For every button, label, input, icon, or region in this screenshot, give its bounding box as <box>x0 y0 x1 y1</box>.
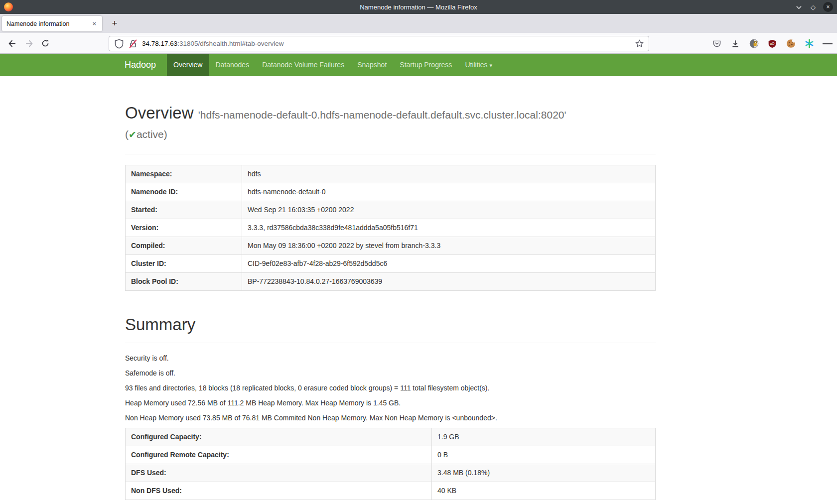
row-value: BP-772238843-10.84.0.27-1663769003639 <box>242 273 656 291</box>
window-maximize-button[interactable]: ◇ <box>809 2 818 11</box>
hadoop-navbar: Hadoop OverviewDatanodesDatanode Volume … <box>0 54 837 76</box>
chevron-down-icon <box>796 4 802 10</box>
row-label: Configured Capacity: <box>126 428 432 446</box>
row-label: Block Pool ID: <box>126 273 242 291</box>
hadoop-brand[interactable]: Hadoop <box>125 54 167 76</box>
summary-line: Non Heap Memory used 73.85 MB of 76.81 M… <box>125 413 656 423</box>
table-row: Compiled:Mon May 09 18:36:00 +0200 2022 … <box>126 237 656 255</box>
summary-line: Safemode is off. <box>125 368 656 378</box>
table-row: Block Pool ID:BP-772238843-10.84.0.27-16… <box>126 273 656 291</box>
downloads-button[interactable] <box>730 39 740 49</box>
table-row: Cluster ID:CID-9ef02e83-afb7-4f28-ab29-6… <box>126 255 656 273</box>
tab-title: Namenode information <box>6 20 91 27</box>
row-label: Configured Remote Capacity: <box>126 446 432 464</box>
reload-icon <box>41 39 49 47</box>
summary-line: 93 files and directories, 18 blocks (18 … <box>125 383 656 393</box>
row-label: Namenode ID: <box>126 183 242 201</box>
forward-button[interactable] <box>22 36 36 50</box>
ublock-icon: uO <box>768 39 777 48</box>
extension-lock-icon <box>749 39 759 48</box>
nav-item-datanode-volume-failures[interactable]: Datanode Volume Failures <box>256 54 351 76</box>
row-label: Cluster ID: <box>126 255 242 273</box>
menu-button[interactable] <box>823 39 833 49</box>
browser-toolbar: 34.78.17.63:31805/dfshealth.html#tab-ove… <box>0 33 837 54</box>
summary-paragraphs: Security is off.Safemode is off.93 files… <box>125 353 656 423</box>
row-label: Version: <box>126 219 242 237</box>
nav-item-snapshot[interactable]: Snapshot <box>351 54 393 76</box>
row-value: CID-9ef02e83-afb7-4f28-ab29-6f592d5dd5c6 <box>242 255 656 273</box>
table-row: Configured Capacity:1.9 GB <box>126 428 656 446</box>
window-titlebar: Namenode information — Mozilla Firefox ◇… <box>0 0 837 14</box>
table-row: Non DFS Used:40 KB <box>126 482 656 500</box>
url-bar[interactable]: 34.78.17.63:31805/dfshealth.html#tab-ove… <box>109 36 649 51</box>
url-text[interactable]: 34.78.17.63:31805/dfshealth.html#tab-ove… <box>142 40 283 47</box>
row-value: 1.9 GB <box>432 428 656 446</box>
tab-strip: Namenode information × + <box>0 14 837 33</box>
capacity-table: Configured Capacity:1.9 GBConfigured Rem… <box>125 428 656 500</box>
pocket-icon <box>712 39 721 48</box>
pocket-button[interactable] <box>712 39 722 49</box>
divider <box>125 154 656 154</box>
row-label: Compiled: <box>126 237 242 255</box>
namenode-info-table: Namespace:hdfsNamenode ID:hdfs-namenode-… <box>125 165 656 291</box>
summary-line: Security is off. <box>125 353 656 363</box>
extension-privacy-button[interactable] <box>749 39 759 49</box>
table-row: Version:3.3.3, rd37586cbda38c338d9fe481a… <box>126 219 656 237</box>
divider <box>125 343 656 343</box>
overview-heading: Overview 'hdfs-namenode-default-0.hdfs-n… <box>125 102 656 143</box>
tab-close-icon[interactable]: × <box>91 20 98 27</box>
table-row: Namenode ID:hdfs-namenode-default-0 <box>126 183 656 201</box>
table-row: DFS Used:3.48 MB (0.18%) <box>126 464 656 482</box>
summary-heading: Summary <box>125 314 656 336</box>
page-title: Overview <box>125 104 194 122</box>
svg-text:uO: uO <box>770 41 774 45</box>
url-path: :31805/dfshealth.html#tab-overview <box>177 40 283 47</box>
star-icon <box>635 39 644 48</box>
tab-namenode-information[interactable]: Namenode information × <box>2 16 102 31</box>
table-row: Namespace:hdfs <box>126 165 656 183</box>
back-arrow-icon <box>8 39 16 48</box>
cookie-icon <box>786 39 796 48</box>
back-button[interactable] <box>5 36 19 50</box>
row-value: 0 B <box>432 446 656 464</box>
row-label: DFS Used: <box>126 464 432 482</box>
page-content: Overview 'hdfs-namenode-default-0.hdfs-n… <box>0 76 837 504</box>
new-tab-button[interactable]: + <box>108 16 122 30</box>
forward-arrow-icon <box>25 39 33 48</box>
nav-item-startup-progress[interactable]: Startup Progress <box>393 54 458 76</box>
lock-broken-icon[interactable] <box>128 39 138 49</box>
window-minimize-button[interactable] <box>794 2 803 11</box>
row-label: Namespace: <box>126 165 242 183</box>
extension-asterisk-icon <box>805 39 814 48</box>
namenode-address: 'hdfs-namenode-default-0.hdfs-namenode-d… <box>198 109 566 121</box>
nav-item-datanodes[interactable]: Datanodes <box>209 54 256 76</box>
nav-item-overview[interactable]: Overview <box>167 54 209 76</box>
table-row: Configured Remote Capacity:0 B <box>126 446 656 464</box>
ublock-button[interactable]: uO <box>767 39 777 49</box>
asterisk-extension-button[interactable] <box>804 39 814 49</box>
shield-icon[interactable] <box>114 39 124 49</box>
row-value: Mon May 09 18:36:00 +0200 2022 by stevel… <box>242 237 656 255</box>
active-check-icon: ✔ <box>129 129 137 140</box>
cookie-extension-button[interactable] <box>786 39 796 49</box>
row-value: hdfs-namenode-default-0 <box>242 183 656 201</box>
reload-button[interactable] <box>38 36 52 50</box>
row-label: Non DFS Used: <box>126 482 432 500</box>
namenode-status: (✔active) <box>125 126 656 143</box>
row-value: Wed Sep 21 16:03:35 +0200 2022 <box>242 201 656 219</box>
row-value: 3.48 MB (0.18%) <box>432 464 656 482</box>
chevron-down-icon: ▾ <box>490 62 493 68</box>
row-value: 40 KB <box>432 482 656 500</box>
row-label: Started: <box>126 201 242 219</box>
window-close-button[interactable]: × <box>823 2 833 12</box>
window-title: Namenode information — Mozilla Firefox <box>0 3 837 11</box>
bookmark-star-button[interactable] <box>635 39 644 48</box>
nav-item-utilities[interactable]: Utilities▾ <box>458 54 499 76</box>
summary-line: Heap Memory used 72.56 MB of 111.2 MB He… <box>125 398 656 408</box>
firefox-logo-icon <box>4 2 13 11</box>
url-host: 34.78.17.63 <box>142 40 177 47</box>
download-icon <box>731 39 740 48</box>
row-value: 3.3.3, rd37586cbda38c338d9fe481addda5a05… <box>242 219 656 237</box>
row-value: hdfs <box>242 165 656 183</box>
menu-icon <box>823 43 826 44</box>
